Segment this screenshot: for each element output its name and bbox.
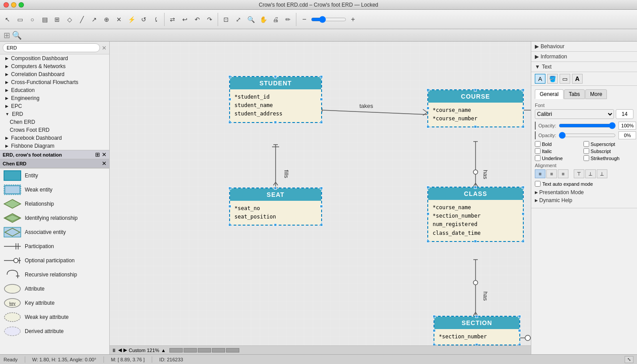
shape-relationship[interactable]: Relationship [0,197,109,211]
handle-tl[interactable] [426,186,430,189]
node-section[interactable]: SECTION *section_number [434,316,520,345]
nav-next-btn[interactable]: ▶ [123,347,127,353]
valign-top-btn[interactable]: ⊤ [574,169,584,178]
canvas[interactable]: takes fills has [110,42,531,354]
superscript-checkbox[interactable] [583,141,589,147]
italic-checkbox[interactable] [535,148,541,154]
section-behaviour[interactable]: ▶ Behaviour [531,42,637,52]
dynamic-help-row[interactable]: ▶ Dynamic Help [535,196,633,204]
handle-bl[interactable] [228,223,231,226]
tree-education[interactable]: ▶Education [0,86,109,94]
page-dot-3[interactable] [198,348,211,353]
search-toolbar-icon[interactable]: 🔍 [12,31,22,40]
handle-br[interactable] [522,125,525,128]
zoom-fit-tool[interactable]: ⤢ [233,14,244,25]
shape-attribute[interactable]: Attribute [0,282,109,296]
page-dot-5[interactable] [226,348,239,353]
bold-checkbox[interactable] [535,141,541,147]
shape-participation[interactable]: Participation [0,239,109,253]
node-course[interactable]: COURSE *course_name*course_number [427,89,524,127]
fill-color-btn[interactable]: 🪣 [547,74,558,84]
handle-bl[interactable] [228,121,231,124]
align-center-btn[interactable]: ≡ [546,169,557,178]
shape-assoc-entity[interactable]: Associative entity [0,225,109,239]
zoom-out-button[interactable]: − [299,14,310,25]
handle-ml[interactable] [426,107,430,110]
close-button[interactable] [4,2,9,8]
handle-bl[interactable] [426,125,430,128]
handle-tr[interactable] [522,186,525,189]
presentation-mode-row[interactable]: ▶ Presentation Mode [535,188,633,196]
shape-tool[interactable]: ◇ [64,14,75,25]
handle-tl[interactable] [228,187,231,190]
nav-pause-btn[interactable]: ⏸ [111,348,116,353]
node-student[interactable]: STUDENT *student_idstudent_namestudent_a… [229,76,322,123]
handle-ml[interactable] [433,329,436,332]
diagram-grid-icon[interactable]: ⊞ [95,151,100,158]
opacity-value-1[interactable] [618,122,636,130]
window-controls[interactable] [4,2,24,8]
x-tool[interactable]: ✕ [113,14,125,25]
maximize-button[interactable] [19,2,24,8]
handle-tr[interactable] [522,88,525,92]
tree-computers[interactable]: ▶Computers & Networks [0,62,109,70]
handle-ml[interactable] [228,98,231,101]
handle-bm[interactable] [474,125,477,128]
select-tool[interactable]: ↖ [2,14,13,25]
tab-tabs[interactable]: Tabs [564,89,585,99]
handle-mr[interactable] [522,212,525,215]
minimize-button[interactable] [11,2,16,8]
page-dot-1[interactable] [169,348,183,353]
strikethrough-checkbox[interactable] [583,155,589,161]
connector-tool[interactable]: ⚡ [126,14,137,25]
font-size-input[interactable] [616,109,633,119]
sheet-close-icon[interactable]: ✕ [102,160,107,167]
route-tool[interactable]: ↩ [179,14,191,25]
tree-fishbone[interactable]: ▶Fishbone Diagram [0,142,109,150]
font-family-select[interactable]: Calibri Arial Times New Roman [535,109,614,119]
curve-tool[interactable]: ↺ [138,14,150,25]
move-tool[interactable]: ✋ [257,14,269,25]
handle-ml[interactable] [426,212,430,215]
undo-tool[interactable]: ↶ [192,14,203,25]
tab-general[interactable]: General [535,89,564,99]
page-dot-4[interactable] [212,348,225,353]
diagram-close-icon[interactable]: ✕ [102,151,107,158]
text-auto-checkbox[interactable] [535,181,541,187]
zoom-in-tool[interactable]: 🔍 [245,14,257,25]
handle-tr[interactable] [320,75,323,78]
opacity-slider-2[interactable] [559,133,616,138]
search-clear-icon[interactable]: ✕ [102,45,107,51]
pen-tool[interactable]: ✏ [282,14,294,25]
handle-tm[interactable] [274,75,277,78]
superscript-check[interactable]: Superscript [583,141,631,147]
shape-opt-participation[interactable]: Optional participation [0,253,109,268]
shape-derived-attr[interactable]: Derived attribute [0,324,109,338]
redo-tool[interactable]: ↷ [204,14,215,25]
underline-checkbox[interactable] [535,155,541,161]
handle-tl[interactable] [433,315,436,318]
handle-tm[interactable] [474,186,477,189]
tree-engineering[interactable]: ▶Engineering [0,94,109,102]
handle-ml[interactable] [228,205,231,208]
text-format-btn[interactable]: A [572,74,583,84]
handle-tr[interactable] [518,315,521,318]
node-seat[interactable]: SEAT *seat_noseat_position [229,188,322,226]
handle-br[interactable] [320,121,323,124]
underline-check[interactable]: Underline [535,155,582,161]
handle-tl[interactable] [426,88,430,92]
handle-bm[interactable] [474,240,477,243]
handle-br[interactable] [320,223,323,226]
handle-bm[interactable] [274,121,277,124]
subscript-checkbox[interactable] [583,148,589,154]
handle-tl[interactable] [228,75,231,78]
section-information[interactable]: ▶ Information [531,52,637,62]
tree-correlation[interactable]: ▶Correlation Dashboard [0,70,109,78]
bold-check[interactable]: Bold [535,141,582,147]
table-tool[interactable]: ▤ [39,14,50,25]
section-text[interactable]: ▼ Text [531,62,637,72]
border-btn[interactable]: ▭ [560,74,570,84]
tree-facebook[interactable]: ▶Facebook Dashboard [0,134,109,142]
search-input[interactable] [3,43,100,52]
tree-erd[interactable]: ▼ERD [0,110,109,118]
